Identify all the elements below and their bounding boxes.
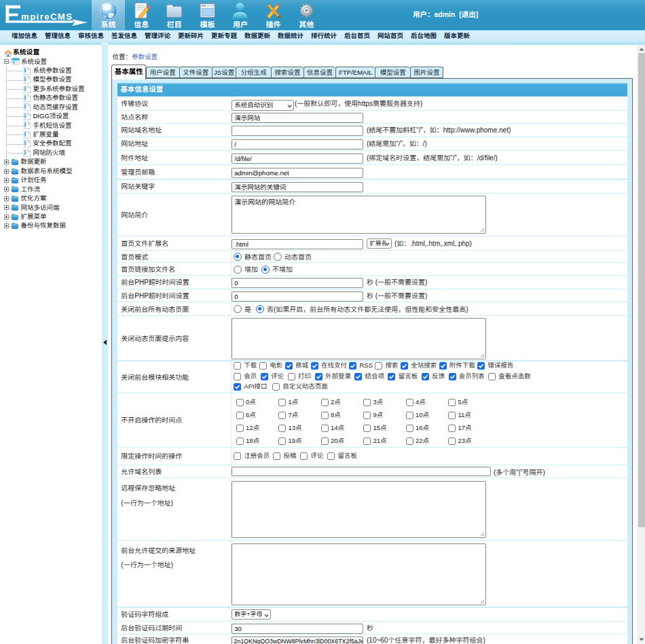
svg-text:mpireCMS: mpireCMS (21, 12, 73, 22)
